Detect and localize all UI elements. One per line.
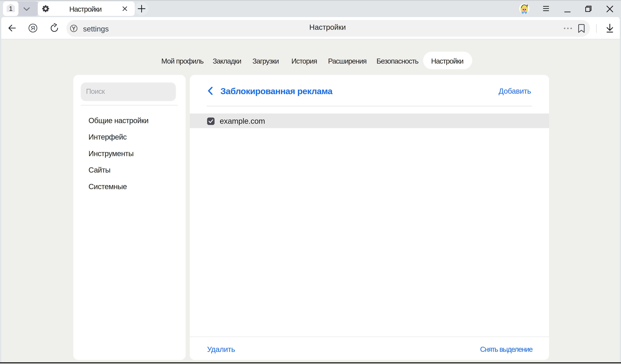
svg-text:1: 1 <box>9 5 13 12</box>
svg-text:Я: Я <box>31 25 35 31</box>
